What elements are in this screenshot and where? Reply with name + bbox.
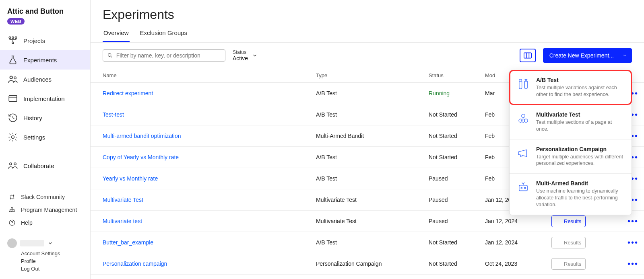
logout-link[interactable]: Log Out <box>7 265 83 273</box>
experiment-name-link[interactable]: Yearly vs Monthly rate <box>103 175 316 182</box>
create-experiment-button[interactable]: Create New Experiment... <box>543 48 632 63</box>
table-row: Personalization campaignPersonalization … <box>91 253 644 275</box>
dropdown-item-title: A/B Test <box>536 77 625 83</box>
svg-point-7 <box>12 136 14 139</box>
dropdown-item-desc: Target multiple audiences with different… <box>536 154 625 167</box>
sidebar-item-slack-community[interactable]: Slack Community <box>0 191 90 203</box>
sidebar-item-collaborate[interactable]: Collaborate <box>0 156 90 175</box>
experiment-type: A/B Test <box>316 175 429 182</box>
row-actions-menu[interactable]: ••• <box>616 217 640 226</box>
dropdown-item-title: Multi-Armed Bandit <box>536 180 625 187</box>
history-icon <box>7 112 19 123</box>
hash-icon <box>8 193 16 201</box>
experiment-name-link[interactable]: Multi-armed bandit optimization <box>103 133 316 139</box>
svg-point-23 <box>524 187 526 189</box>
page-title: Experiments <box>91 0 644 25</box>
experiment-status: Paused <box>429 175 485 182</box>
dropdown-item-a-b-test[interactable]: A/B TestTest multiple variations against… <box>509 70 632 105</box>
svg-point-4 <box>10 76 12 79</box>
dropdown-item-desc: Test multiple sections of a page at once… <box>536 119 625 133</box>
experiment-status: Not Started <box>429 154 485 160</box>
tab-overview[interactable]: Overview <box>103 25 130 42</box>
search-input[interactable] <box>116 52 221 59</box>
svg-point-2 <box>15 37 17 38</box>
column-settings-button[interactable] <box>520 49 536 62</box>
toolbar: Status Active Create New Experiment... <box>91 43 644 68</box>
project-name: Attic and Button <box>7 7 83 16</box>
avatar <box>7 238 17 248</box>
sidebar-item-label: Audiences <box>23 76 52 83</box>
sidebar-item-settings[interactable]: Settings <box>0 127 90 147</box>
project-type-badge: WEB <box>7 18 25 25</box>
dropdown-item-desc: Use machine learning to dynamically allo… <box>536 188 625 208</box>
create-experiment-label: Create New Experiment... <box>549 52 614 59</box>
chevron-down-icon <box>252 53 258 58</box>
experiment-name-link[interactable]: Copy of Yearly vs Monthly rate <box>103 154 316 160</box>
sidebar-item-label: Program Management <box>21 207 77 213</box>
experiment-type: Personalization Campaign <box>316 261 429 267</box>
chevron-down-icon[interactable] <box>47 240 53 246</box>
sidebar-item-experiments[interactable]: Experiments <box>0 50 90 70</box>
dropdown-item-multi-armed-bandit[interactable]: Multi-Armed BanditUse machine learning t… <box>510 173 632 215</box>
sidebar-item-program-management[interactable]: Program Management <box>0 203 90 216</box>
megaphone-icon <box>516 146 530 160</box>
experiment-type: Multi-Armed Bandit <box>316 133 429 139</box>
results-cell: Results <box>551 237 616 248</box>
svg-point-0 <box>9 37 10 38</box>
account-settings-link[interactable]: Account Settings <box>7 250 83 257</box>
experiment-type: Multivariate Test <box>316 218 429 224</box>
sidebar-item-help[interactable]: Help <box>0 216 90 229</box>
experiment-type: Multivariate Test <box>316 197 429 203</box>
tab-exclusion-groups[interactable]: Exclusion Groups <box>139 25 188 42</box>
experiment-modified: Jan 12, 2024 <box>485 218 551 224</box>
sidebar-item-label: Implementation <box>23 95 65 102</box>
org-icon <box>8 206 16 214</box>
status-filter-value: Active <box>233 55 248 62</box>
experiment-name-link[interactable]: Butter_bar_example <box>103 239 316 246</box>
experiment-name-link[interactable]: Multivariate Test <box>103 197 316 203</box>
sidebar-item-projects[interactable]: Projects <box>0 31 90 50</box>
abtest-icon <box>516 77 530 91</box>
results-button: Results <box>551 258 586 270</box>
sidebar-item-history[interactable]: History <box>0 108 90 127</box>
column-header: Type <box>316 72 429 78</box>
results-button[interactable]: Results <box>551 215 586 227</box>
status-filter[interactable]: Status Active <box>233 49 258 62</box>
svg-point-3 <box>12 42 14 43</box>
experiment-name-link[interactable]: Redirect experiment <box>103 90 316 96</box>
svg-point-10 <box>12 207 13 208</box>
collaborate-icon <box>7 160 19 171</box>
svg-point-22 <box>521 187 522 189</box>
experiment-type: A/B Test <box>316 239 429 246</box>
experiment-name-link[interactable]: Test-test <box>103 111 316 118</box>
chart-icon <box>556 261 561 267</box>
svg-point-15 <box>108 53 111 56</box>
sidebar-item-implementation[interactable]: Implementation <box>0 89 90 108</box>
sidebar-item-label: History <box>23 115 42 121</box>
row-actions-menu[interactable]: ••• <box>616 259 640 269</box>
create-experiment-caret[interactable] <box>618 48 627 63</box>
experiment-modified: Oct 24, 2023 <box>485 261 551 267</box>
svg-point-5 <box>14 77 16 79</box>
dropdown-item-personalization-campaign[interactable]: Personalization CampaignTarget multiple … <box>510 139 632 174</box>
experiment-type: A/B Test <box>316 90 429 96</box>
svg-point-8 <box>10 163 12 165</box>
search-input-wrapper[interactable] <box>103 49 225 62</box>
experiment-status: Not Started <box>429 133 485 139</box>
flask-icon <box>7 54 19 66</box>
sidebar-item-label: Settings <box>23 134 45 141</box>
experiment-status: Not Started <box>429 239 485 246</box>
experiment-type: A/B Test <box>316 154 429 160</box>
experiment-name-link[interactable]: Personalization campaign <box>103 261 316 267</box>
dropdown-item-multivariate-test[interactable]: Multivariate TestTest multiple sections … <box>510 105 632 139</box>
robot-icon <box>516 180 530 195</box>
sidebar-item-label: Projects <box>23 37 45 44</box>
sidebar-item-audiences[interactable]: Audiences <box>0 70 90 89</box>
experiment-name-link[interactable]: Multivariate test <box>103 218 316 224</box>
experiment-status: Running <box>429 90 485 96</box>
search-icon <box>107 52 113 59</box>
row-actions-menu[interactable]: ••• <box>616 238 640 247</box>
svg-rect-21 <box>519 185 527 191</box>
dropdown-item-title: Multivariate Test <box>536 111 625 118</box>
profile-link[interactable]: Profile <box>7 257 83 265</box>
